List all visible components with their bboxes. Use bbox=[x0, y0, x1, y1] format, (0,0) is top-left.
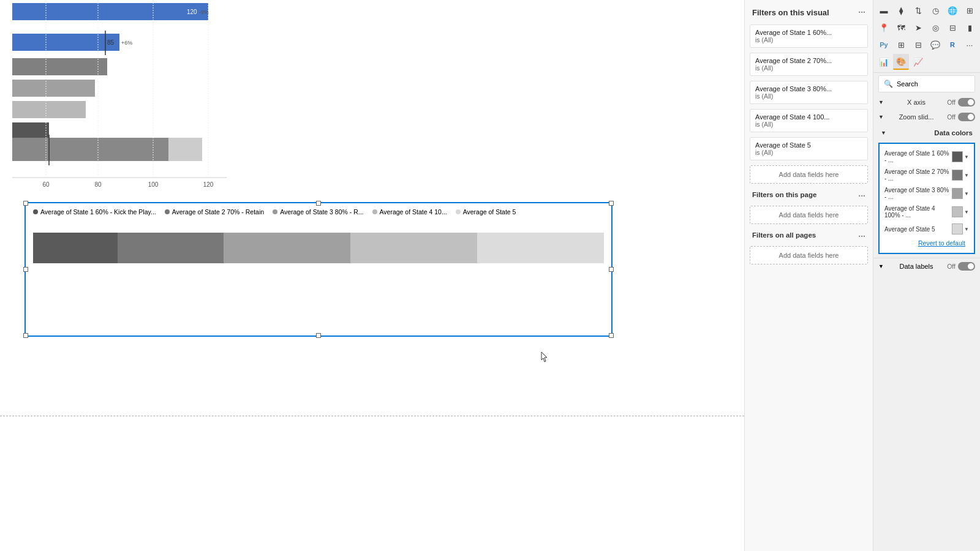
resize-handle-br[interactable] bbox=[609, 333, 614, 338]
color-dropdown-1[interactable]: ▼ bbox=[964, 154, 969, 160]
x-axis-toggle[interactable]: Off bbox=[947, 98, 975, 107]
stacked-seg-5 bbox=[477, 233, 604, 263]
zoom-toggle-thumb bbox=[968, 114, 974, 120]
search-input[interactable] bbox=[897, 80, 970, 88]
more-icon-btn[interactable]: ··· bbox=[962, 37, 978, 53]
table2-icon-btn[interactable]: ⊞ bbox=[893, 37, 909, 53]
color-label-3: Average of State 3 80% - ... bbox=[884, 187, 952, 200]
filter-label-4: Average of State 4 100... bbox=[755, 113, 862, 121]
data-labels-chevron[interactable]: ▼ bbox=[878, 263, 884, 269]
map-pin-icon-btn[interactable]: 📍 bbox=[876, 20, 892, 36]
map-icon-btn[interactable]: 🗺 bbox=[893, 20, 909, 36]
filter-sub-4: is (All) bbox=[755, 121, 862, 128]
color-dropdown-4[interactable]: ▼ bbox=[964, 209, 969, 215]
analytics-icon-btn[interactable]: 📈 bbox=[910, 54, 926, 70]
search-box[interactable]: 🔍 bbox=[878, 75, 975, 92]
zoom-slider-chevron[interactable]: ▼ bbox=[878, 114, 884, 120]
filter-item-1[interactable]: Average of State 1 60%... is (All) bbox=[750, 24, 868, 48]
filter-label-3: Average of State 3 80%... bbox=[755, 85, 862, 92]
data-labels-toggle-thumb bbox=[968, 263, 974, 269]
color-dropdown-3[interactable]: ▼ bbox=[964, 191, 969, 197]
color-swatch-box-1[interactable] bbox=[952, 151, 963, 162]
bar-chart-area: 120 -9% 85 +6% 60 80 100 120 bbox=[0, 0, 233, 190]
x-axis-toggle-thumb bbox=[968, 99, 974, 105]
data-colors-header[interactable]: ▼ Data colors bbox=[876, 126, 978, 140]
python-icon-btn[interactable]: Py bbox=[876, 37, 892, 53]
color-swatch-box-3[interactable] bbox=[952, 188, 963, 199]
bar-chart-icon-btn[interactable]: ▬ bbox=[876, 2, 892, 18]
resize-handle-mr[interactable] bbox=[609, 267, 614, 272]
resize-handle-bl[interactable] bbox=[23, 333, 28, 338]
svg-rect-7 bbox=[12, 58, 107, 75]
legend-dot-3 bbox=[273, 209, 277, 214]
filter-item-3[interactable]: Average of State 3 80%... is (All) bbox=[750, 81, 868, 104]
svg-text:+6%: +6% bbox=[121, 40, 132, 46]
revert-to-default[interactable]: Revert to default bbox=[883, 237, 970, 249]
color-swatch-1[interactable]: ▼ bbox=[952, 151, 969, 162]
resize-handle-tr[interactable] bbox=[609, 201, 614, 206]
color-row-1: Average of State 1 60% - ... ▼ bbox=[883, 148, 970, 166]
color-label-2: Average of State 2 70% - ... bbox=[884, 168, 952, 182]
stacked-seg-4 bbox=[350, 233, 477, 263]
add-data-page[interactable]: Add data fields here bbox=[750, 206, 868, 224]
svg-rect-10 bbox=[12, 122, 49, 140]
legend-item-5: Average of State 5 bbox=[456, 208, 516, 216]
svg-rect-12 bbox=[168, 138, 202, 161]
search-icon: 🔍 bbox=[884, 80, 893, 88]
viz-section: 🔍 ▼ X axis Off ▼ Zoom slid... Off bbox=[873, 73, 980, 551]
arrow-nav-icon-btn[interactable]: ➤ bbox=[910, 20, 926, 36]
data-labels-toggle-track[interactable] bbox=[958, 262, 975, 271]
filter-item-5[interactable]: Average of State 5 is (All) bbox=[750, 137, 868, 160]
resize-handle-ml[interactable] bbox=[23, 267, 28, 272]
svg-rect-11 bbox=[12, 138, 168, 161]
ppt-icon-btn[interactable]: ⊟ bbox=[910, 37, 926, 53]
page-filter-dots[interactable]: ··· bbox=[858, 191, 865, 201]
table-icon-btn[interactable]: ⊟ bbox=[944, 20, 960, 36]
all-pages-filter-dots[interactable]: ··· bbox=[858, 231, 865, 241]
svg-rect-3 bbox=[12, 34, 119, 51]
r-icon-btn[interactable]: R bbox=[944, 37, 960, 53]
color-swatch-4[interactable]: ▼ bbox=[952, 206, 969, 217]
color-row-2: Average of State 2 70% - ... ▼ bbox=[883, 166, 970, 184]
filters-on-page-title: Filters on this page ··· bbox=[745, 186, 873, 203]
filter-item-2[interactable]: Average of State 2 70%... is (All) bbox=[750, 53, 868, 76]
selected-visual[interactable]: Average of State 1 60% - Kick the Play..… bbox=[24, 202, 612, 337]
resize-handle-tl[interactable] bbox=[23, 201, 28, 206]
bar-vert-icon-btn[interactable]: ▮ bbox=[962, 20, 978, 36]
color-swatch-5[interactable]: ▼ bbox=[952, 223, 969, 234]
zoom-slider-toggle[interactable]: Off bbox=[947, 113, 975, 121]
grid-icon-btn[interactable]: ⊞ bbox=[962, 2, 978, 18]
add-data-all[interactable]: Add data fields here bbox=[750, 246, 868, 264]
sort-icon-btn[interactable]: ⇅ bbox=[910, 2, 926, 18]
location-icon-btn[interactable]: ◎ bbox=[927, 20, 943, 36]
filter-icon-btn[interactable]: ⧫ bbox=[893, 2, 909, 18]
data-colors-label: Data colors bbox=[934, 129, 973, 137]
color-swatch-box-4[interactable] bbox=[952, 206, 963, 217]
resize-handle-bm[interactable] bbox=[316, 333, 321, 338]
color-swatch-box-5[interactable] bbox=[952, 223, 963, 234]
x-axis-toggle-track[interactable] bbox=[958, 98, 975, 107]
color-dropdown-2[interactable]: ▼ bbox=[964, 173, 969, 178]
bar-chart-svg: 120 -9% 85 +6% 60 80 100 120 bbox=[0, 0, 233, 190]
data-labels-toggle[interactable]: Off bbox=[947, 262, 975, 271]
chat-icon-btn[interactable]: 💬 bbox=[927, 37, 943, 53]
color-swatch-box-2[interactable] bbox=[952, 170, 963, 181]
color-swatch-2[interactable]: ▼ bbox=[952, 170, 969, 181]
color-swatch-3[interactable]: ▼ bbox=[952, 188, 969, 199]
globe-icon-btn[interactable]: 🌐 bbox=[944, 2, 960, 18]
color-dropdown-5[interactable]: ▼ bbox=[964, 227, 969, 232]
filters-panel: Filters on this visual ··· Average of St… bbox=[744, 0, 873, 551]
add-data-visual[interactable]: Add data fields here bbox=[750, 165, 868, 184]
format-icon-btn[interactable]: 🎨 bbox=[893, 54, 909, 70]
visual-legend: Average of State 1 60% - Kick the Play..… bbox=[26, 203, 611, 220]
zoom-toggle-track[interactable] bbox=[958, 113, 975, 121]
resize-handle-tm[interactable] bbox=[316, 201, 321, 206]
zoom-off-label: Off bbox=[947, 113, 956, 121]
filters-menu-dots[interactable]: ··· bbox=[858, 7, 865, 17]
clock-icon-btn[interactable]: ◷ bbox=[927, 2, 943, 18]
green-chart-icon-btn[interactable]: 📊 bbox=[876, 54, 892, 70]
x-axis-chevron[interactable]: ▼ bbox=[878, 99, 884, 105]
legend-label-1: Average of State 1 60% - Kick the Play..… bbox=[40, 208, 156, 216]
filter-item-4[interactable]: Average of State 4 100... is (All) bbox=[750, 109, 868, 132]
stacked-seg-1 bbox=[33, 233, 118, 263]
